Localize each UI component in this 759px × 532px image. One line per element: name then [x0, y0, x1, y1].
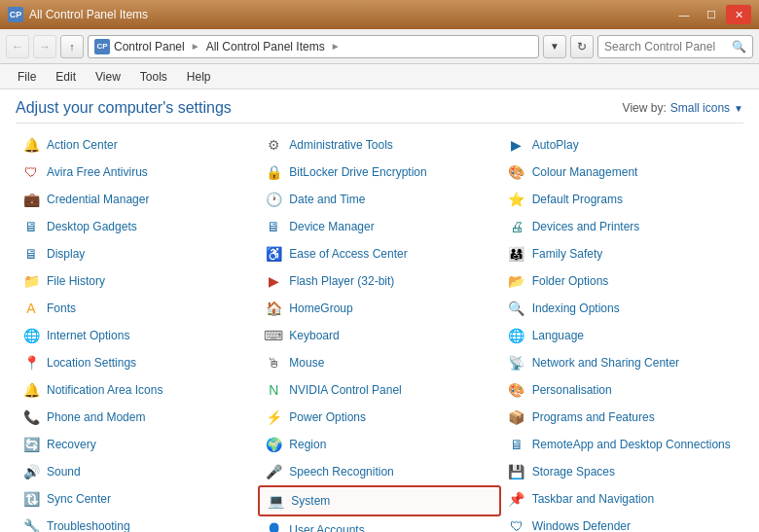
address-field[interactable]: CP Control Panel ► All Control Panel Ite…: [88, 35, 539, 58]
item-label: HomeGroup: [289, 301, 352, 315]
control-panel-item[interactable]: 🔍Indexing Options: [501, 295, 743, 322]
item-label: Display: [47, 247, 85, 261]
control-panel-item[interactable]: 📍Location Settings: [16, 349, 258, 376]
item-icon: 🏠: [264, 299, 283, 318]
control-panel-item[interactable]: 🕐Date and Time: [258, 186, 500, 213]
item-icon: ▶: [264, 271, 283, 291]
item-icon: 👤: [264, 520, 283, 532]
item-label: BitLocker Drive Encryption: [289, 165, 426, 179]
menu-help[interactable]: Help: [177, 66, 221, 88]
viewby-value[interactable]: Small icons: [670, 101, 730, 115]
control-panel-item[interactable]: 🔔Notification Area Icons: [16, 376, 258, 404]
control-panel-item[interactable]: 👤User Accounts: [258, 516, 500, 532]
window-title: All Control Panel Items: [29, 8, 148, 21]
control-panel-item[interactable]: 🖱Mouse: [258, 349, 500, 376]
control-panel-item[interactable]: 💾Storage Spaces: [501, 458, 743, 485]
control-panel-item[interactable]: 💻System: [258, 485, 500, 516]
control-panel-item[interactable]: 🖨Devices and Printers: [501, 213, 743, 240]
control-panel-item[interactable]: 🎤Speech Recognition: [258, 458, 500, 485]
control-panel-item[interactable]: ▶AutoPlay: [501, 131, 743, 159]
item-icon: A: [21, 299, 41, 318]
control-panel-item[interactable]: 🔊Sound: [16, 458, 258, 485]
column-1: ⚙Administrative Tools🔒BitLocker Drive En…: [258, 131, 500, 532]
control-panel-item[interactable]: 🌍Region: [258, 431, 500, 458]
control-panel-item[interactable]: 🖥Desktop Gadgets: [16, 213, 258, 240]
search-field[interactable]: 🔍: [597, 35, 753, 58]
control-panel-item[interactable]: 📡Network and Sharing Center: [501, 349, 743, 376]
item-label: Storage Spaces: [532, 465, 615, 479]
item-icon: 📁: [21, 271, 41, 291]
item-icon: 🛡: [21, 162, 41, 182]
item-label: Family Safety: [532, 247, 603, 261]
control-panel-item[interactable]: NNVIDIA Control Panel: [258, 376, 500, 404]
menu-tools[interactable]: Tools: [130, 66, 177, 88]
control-panel-item[interactable]: 🛡Windows Defender: [501, 513, 743, 532]
menu-edit[interactable]: Edit: [46, 66, 86, 88]
item-label: File History: [47, 274, 105, 288]
item-label: Speech Recognition: [289, 465, 393, 479]
viewby-arrow[interactable]: ▼: [734, 103, 743, 114]
item-label: Default Programs: [532, 193, 623, 206]
control-panel-item[interactable]: 🏠HomeGroup: [258, 295, 500, 322]
up-button[interactable]: ↑: [60, 35, 84, 58]
item-icon: 🔊: [21, 462, 41, 481]
control-panel-item[interactable]: 💼Credential Manager: [16, 186, 258, 213]
item-icon: 🌐: [507, 326, 526, 345]
control-panel-item[interactable]: ⚙Administrative Tools: [258, 131, 500, 159]
close-button[interactable]: ✕: [726, 5, 751, 24]
control-panel-item[interactable]: 🔧Troubleshooting: [16, 513, 258, 532]
control-panel-item[interactable]: 🌐Language: [501, 322, 743, 349]
item-label: Flash Player (32-bit): [289, 274, 394, 288]
control-panel-item[interactable]: 🔃Sync Center: [16, 485, 258, 513]
control-panel-item[interactable]: 🔒BitLocker Drive Encryption: [258, 159, 500, 186]
search-icon[interactable]: 🔍: [732, 40, 746, 53]
control-panel-item[interactable]: 🎨Personalisation: [501, 376, 743, 404]
maximize-button[interactable]: ☐: [699, 5, 724, 24]
control-panel-item[interactable]: 🖥Device Manager: [258, 213, 500, 240]
content-area: Adjust your computer's settings View by:…: [0, 89, 759, 532]
item-icon: 🖥: [21, 244, 41, 264]
control-panel-item[interactable]: ⚡Power Options: [258, 404, 500, 431]
item-icon: 🖱: [264, 353, 283, 372]
item-label: Power Options: [289, 410, 366, 424]
forward-button[interactable]: →: [33, 35, 56, 58]
item-icon: ▶: [507, 135, 526, 155]
title-bar-left: CP All Control Panel Items: [8, 7, 148, 22]
control-panel-item[interactable]: 🔄Recovery: [16, 431, 258, 458]
item-label: Programs and Features: [532, 410, 655, 424]
control-panel-item[interactable]: ⭐Default Programs: [501, 186, 743, 213]
control-panel-item[interactable]: AFonts: [16, 295, 258, 322]
control-panel-item[interactable]: 🖥Display: [16, 240, 258, 267]
item-icon: 🖥: [21, 217, 41, 236]
control-panel-item[interactable]: 🎨Colour Management: [501, 159, 743, 186]
menu-file[interactable]: File: [8, 66, 46, 88]
item-label: Avira Free Antivirus: [47, 165, 148, 179]
address-dropdown[interactable]: ▼: [543, 35, 566, 58]
control-panel-item[interactable]: 📌Taskbar and Navigation: [501, 485, 743, 513]
control-panel-item[interactable]: 🖥RemoteApp and Desktop Connections: [501, 431, 743, 458]
refresh-button[interactable]: ↻: [570, 35, 594, 58]
item-label: NVIDIA Control Panel: [289, 383, 401, 397]
item-label: System: [291, 494, 330, 508]
control-panel-item[interactable]: ⌨Keyboard: [258, 322, 500, 349]
item-label: Troubleshooting: [47, 519, 130, 532]
item-label: Mouse: [289, 356, 324, 370]
control-panel-item[interactable]: ♿Ease of Access Center: [258, 240, 500, 267]
item-label: Windows Defender: [532, 519, 631, 532]
search-input[interactable]: [604, 40, 728, 53]
control-panel-item[interactable]: 📞Phone and Modem: [16, 404, 258, 431]
control-panel-item[interactable]: 🛡Avira Free Antivirus: [16, 159, 258, 186]
control-panel-item[interactable]: 📁File History: [16, 267, 258, 295]
control-panel-item[interactable]: 🔔Action Center: [16, 131, 258, 159]
control-panel-item[interactable]: 🌐Internet Options: [16, 322, 258, 349]
menu-view[interactable]: View: [86, 66, 130, 88]
item-label: Personalisation: [532, 383, 612, 397]
minimize-button[interactable]: —: [671, 5, 697, 24]
item-icon: 🎤: [264, 462, 283, 481]
control-panel-item[interactable]: 📦Programs and Features: [501, 404, 743, 431]
control-panel-item[interactable]: 👨‍👩‍👧Family Safety: [501, 240, 743, 267]
back-button[interactable]: ←: [6, 35, 29, 58]
control-panel-item[interactable]: ▶Flash Player (32-bit): [258, 267, 500, 295]
control-panel-item[interactable]: 📂Folder Options: [501, 267, 743, 295]
item-label: Phone and Modem: [47, 410, 145, 424]
